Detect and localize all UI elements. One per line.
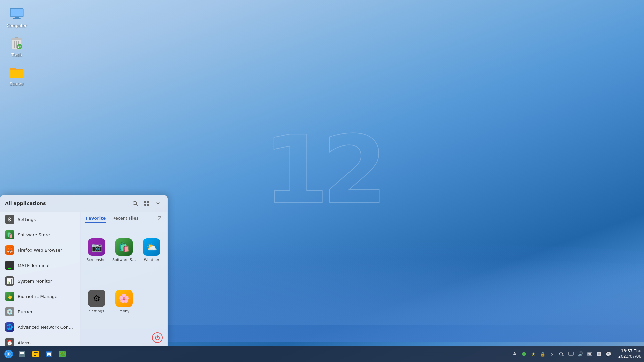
svg-text:🌿: 🌿 [60, 351, 66, 357]
taskbar-chat-icon[interactable]: 💬 [604, 350, 612, 358]
svg-rect-42 [589, 353, 590, 354]
svg-rect-41 [588, 353, 589, 354]
settings-fav-label: Settings [89, 309, 104, 313]
taskbar-start-icon[interactable] [3, 348, 15, 360]
taskbar-files-icon[interactable] [16, 348, 28, 360]
desktop-icon-area: Computer ↺ Trash [3, 3, 30, 89]
taskbar-sys-icons: A ★ 🔒 › [511, 350, 612, 358]
favorites-grid: Screenshot Software S… Weather Settings [81, 223, 167, 329]
grid-view-button[interactable] [142, 199, 151, 208]
taskbar-arrow-icon[interactable]: › [548, 350, 556, 358]
svg-rect-24 [20, 353, 24, 354]
system-monitor-label: System Monitor [18, 279, 52, 284]
svg-text:↺: ↺ [18, 45, 21, 49]
mate-terminal-icon: _ [5, 261, 14, 270]
software-store-label: Software Store [18, 232, 50, 237]
app-item-mate-terminal[interactable]: _ MATE Terminal [0, 258, 80, 273]
taskbar-time: 13:57 Thu [614, 349, 641, 354]
software-fav-icon [115, 238, 133, 256]
firefox-label: Firefox Web Browser [18, 248, 62, 253]
taskbar-keyboard-icon[interactable] [586, 350, 594, 358]
fav-item-weather[interactable]: Weather [139, 225, 164, 275]
app-item-firefox[interactable]: 🦊 Firefox Web Browser [0, 242, 80, 258]
taskbar-lock-icon[interactable]: 🔒 [539, 350, 547, 358]
taskbar-screen-icon[interactable] [567, 350, 575, 358]
svg-rect-40 [587, 353, 592, 355]
taskbar-right: A ★ 🔒 › [511, 349, 641, 359]
taskbar-word-icon[interactable]: W [43, 348, 55, 360]
screenshot-fav-icon [88, 238, 105, 256]
folder-icon [9, 64, 25, 80]
header-actions [130, 199, 163, 208]
app-item-system-monitor[interactable]: 📊 System Monitor [0, 273, 80, 289]
dropdown-button[interactable] [153, 199, 163, 208]
mate-terminal-label: MATE Terminal [18, 263, 49, 268]
start-menu-footer [81, 329, 167, 346]
svg-rect-5 [11, 38, 22, 40]
burner-label: Burner [18, 309, 33, 314]
tab-recent-files[interactable]: Recent Files [112, 214, 139, 223]
favorites-tabs: Favorite Recent Files [81, 212, 167, 223]
svg-rect-25 [20, 355, 23, 355]
desktop-icon-computer[interactable]: Computer [3, 3, 30, 31]
svg-rect-43 [590, 353, 591, 354]
svg-rect-6 [15, 37, 18, 38]
svg-rect-23 [20, 352, 24, 353]
app-item-settings[interactable]: ⚙️ Settings [0, 212, 80, 227]
settings-fav-icon [88, 290, 105, 307]
fav-item-peony[interactable]: Peony [110, 277, 138, 326]
start-menu-title: All applications [5, 201, 46, 206]
adv-network-icon: 🌐 [5, 322, 14, 332]
svg-rect-1 [11, 9, 23, 16]
fav-item-screenshot[interactable]: Screenshot [84, 225, 109, 275]
watermark: 12 [263, 115, 381, 225]
start-menu: All applications [0, 195, 168, 346]
tab-favorite[interactable]: Favorite [85, 214, 106, 223]
taskbar-update-icon[interactable] [520, 350, 528, 358]
power-button[interactable] [152, 332, 163, 343]
svg-rect-46 [599, 352, 601, 354]
weather-fav-label: Weather [144, 258, 159, 262]
svg-rect-2 [15, 17, 19, 18]
svg-rect-47 [597, 354, 599, 356]
taskbar-notes-icon[interactable] [30, 348, 42, 360]
alarm-icon: ⏰ [5, 338, 14, 346]
search-button[interactable] [130, 199, 140, 208]
desktop-icon-folder[interactable]: Sourav [3, 62, 30, 89]
taskbar: W 🌿 A ★ 🔒 › [0, 346, 644, 362]
taskbar-search-icon[interactable] [557, 350, 566, 358]
start-menu-header: All applications [0, 195, 167, 212]
app-item-adv-network[interactable]: 🌐 Advanced Network Configura… [0, 319, 80, 335]
taskbar-clock[interactable]: 13:57 Thu 2023/07/06 [614, 349, 641, 359]
fav-item-settings[interactable]: Settings [84, 277, 109, 326]
taskbar-star-icon[interactable]: ★ [529, 350, 537, 358]
svg-point-34 [522, 352, 526, 356]
biometric-icon: 👆 [5, 292, 14, 301]
app-item-biometric[interactable]: 👆 Biometric Manager [0, 289, 80, 304]
taskbar-store-icon[interactable]: 🌿 [56, 348, 68, 360]
app-item-burner[interactable]: 💿 Burner [0, 304, 80, 319]
expand-button[interactable] [155, 214, 163, 222]
desktop-icon-trash[interactable]: ↺ Trash [3, 33, 30, 60]
svg-rect-45 [597, 352, 599, 354]
taskbar-grid-icon[interactable] [595, 350, 603, 358]
svg-point-21 [8, 353, 9, 355]
app-item-software-store[interactable]: 🛍️ Software Store [0, 227, 80, 242]
taskbar-volume-icon[interactable]: 🔊 [576, 350, 584, 358]
svg-rect-16 [144, 204, 146, 206]
burner-icon: 💿 [5, 307, 14, 316]
svg-text:W: W [46, 351, 51, 357]
peony-fav-icon [115, 290, 133, 307]
svg-rect-29 [34, 355, 36, 356]
start-menu-body: ⚙️ Settings 🛍️ Software Store 🦊 Firefox … [0, 212, 167, 346]
svg-rect-27 [34, 352, 38, 353]
taskbar-text-icon[interactable]: A [511, 350, 519, 358]
screenshot-fav-label: Screenshot [86, 258, 107, 262]
svg-rect-3 [13, 18, 21, 19]
favorites-panel: Favorite Recent Files Screenshot [81, 212, 167, 346]
computer-label: Computer [7, 23, 27, 28]
app-item-alarm[interactable]: ⏰ Alarm [0, 335, 80, 346]
settings-label: Settings [18, 217, 36, 222]
peony-fav-label: Peony [118, 309, 129, 313]
fav-item-software[interactable]: Software S… [110, 225, 138, 275]
